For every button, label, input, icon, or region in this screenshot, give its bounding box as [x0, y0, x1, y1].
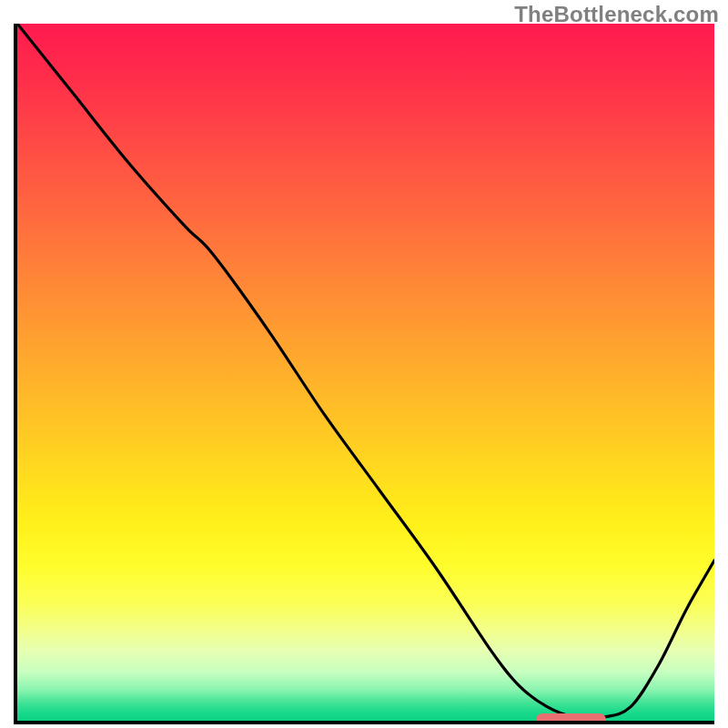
plot-area — [14, 24, 714, 724]
chart-canvas: TheBottleneck.com — [0, 0, 728, 728]
background-gradient — [17, 24, 714, 721]
optimal-range-marker — [536, 713, 606, 724]
